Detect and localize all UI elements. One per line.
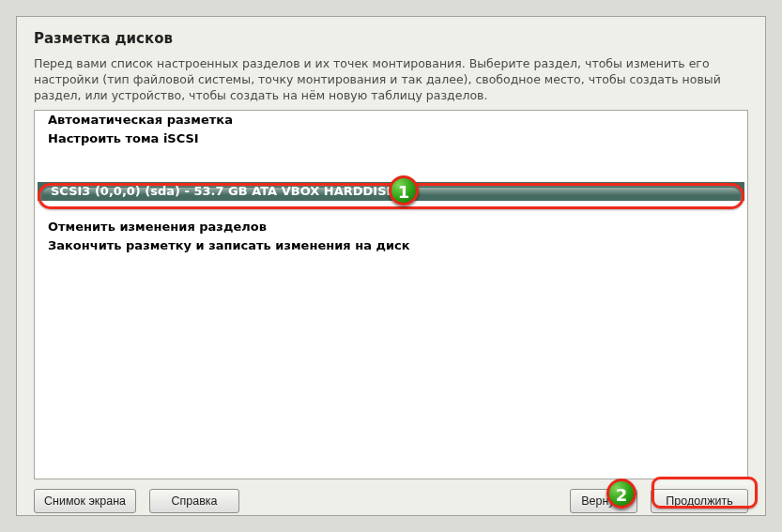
screenshot-button[interactable]: Снимок экрана: [34, 489, 136, 513]
list-gap: [35, 148, 747, 165]
partition-list: Автоматическая разметка Настроить тома i…: [34, 110, 748, 479]
list-item-guided[interactable]: Автоматическая разметка: [35, 111, 747, 129]
list-gap: [35, 201, 747, 218]
list-gap: [35, 165, 747, 182]
content-area: Перед вами список настроенных разделов и…: [17, 56, 765, 479]
spacer: [253, 489, 557, 513]
partitioner-window: Разметка дисков Перед вами список настро…: [16, 16, 766, 516]
list-item-disk-selected[interactable]: SCSI3 (0,0,0) (sda) - 53.7 GB ATA VBOX H…: [38, 182, 744, 201]
list-item-finish[interactable]: Закончить разметку и записать изменения …: [35, 236, 747, 255]
page-title: Разметка дисков: [17, 17, 765, 56]
help-button[interactable]: Справка: [149, 489, 239, 513]
footer-bar: Снимок экрана Справка Вернуть Продолжить: [17, 479, 765, 524]
continue-button[interactable]: Продолжить: [651, 489, 748, 513]
list-item-iscsi[interactable]: Настроить тома iSCSI: [35, 129, 747, 148]
intro-text: Перед вами список настроенных разделов и…: [34, 56, 748, 104]
list-item-undo[interactable]: Отменить изменения разделов: [35, 218, 747, 236]
back-button[interactable]: Вернуть: [570, 489, 637, 513]
